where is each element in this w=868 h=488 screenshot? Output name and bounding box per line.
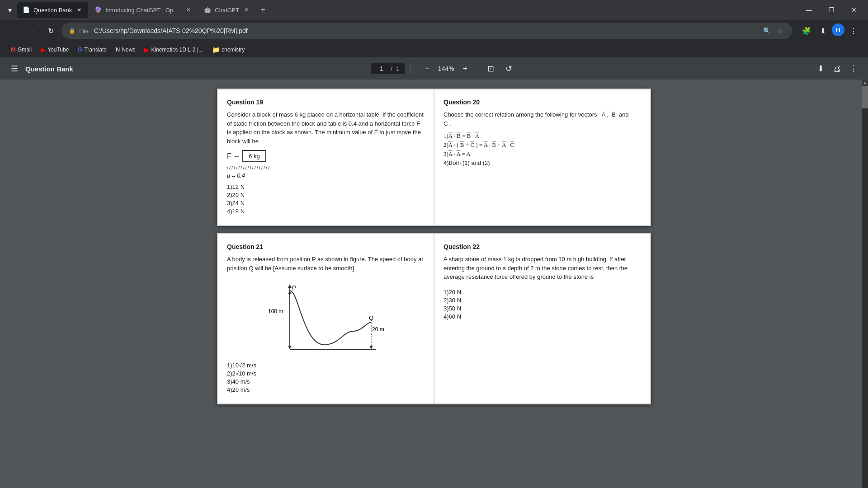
block-box: 6 kg — [242, 150, 266, 162]
pdf-download-button[interactable]: ⬇ — [814, 61, 828, 76]
q20-title: Question 20 — [443, 99, 641, 106]
q21-graph: P 100 m Q 20 m — [267, 277, 385, 358]
svg-marker-8 — [369, 346, 373, 349]
profile-button[interactable]: H — [832, 23, 844, 36]
youtube-icon: ▶ — [41, 46, 46, 53]
q21-options: 1)10√2 m/s 2)2√10 m/s 3)40 m/s 4)20 m/s — [227, 362, 425, 393]
svg-marker-11 — [288, 346, 292, 349]
maximize-button[interactable]: ❐ — [821, 3, 842, 17]
bookmark-translate[interactable]: G Translate — [74, 44, 110, 55]
scrollbar-arrow-up[interactable]: ▲ — [862, 80, 868, 86]
pdf-fit-page-button[interactable]: ⊡ — [484, 61, 498, 76]
q19-opt1: 1)12 N — [227, 183, 425, 190]
tab-switcher[interactable]: ▾ — [4, 4, 16, 16]
q21-opt4: 4)20 m/s — [227, 386, 425, 393]
bookmark-kinematics[interactable]: ▶ Kinematics 1D L-2 |... — [141, 44, 207, 55]
pdf-zoom-level: 144% — [436, 65, 456, 72]
url-bar[interactable]: 🔒 File C:/Users/hp/Downloads/AIATS-02%20… — [61, 23, 792, 39]
q19-diagram: F ← 6 kg /////////////////// μ = 0.4 — [227, 150, 425, 179]
bookmark-youtube[interactable]: ▶ YouTube — [37, 44, 72, 55]
tab3-title: ChatGPT — [215, 7, 239, 14]
extensions-icon[interactable]: 🧩 — [799, 23, 814, 38]
svg-text:20 m: 20 m — [372, 326, 384, 333]
file-label: File — [79, 28, 89, 34]
q21-title: Question 21 — [227, 243, 425, 250]
q19-mu: μ = 0.4 — [227, 172, 425, 179]
tab3-close[interactable]: ✕ — [243, 6, 250, 14]
forward-button[interactable]: → — [25, 23, 40, 38]
pdf-menu-button[interactable]: ☰ — [7, 61, 22, 76]
close-button[interactable]: ✕ — [844, 3, 864, 17]
bookmark-star-icon[interactable]: ☆ — [774, 25, 785, 36]
bookmark-news[interactable]: N News — [112, 44, 139, 55]
scrollbar-thumb[interactable] — [862, 86, 868, 108]
svg-text:Q: Q — [369, 314, 373, 321]
chemistry-label: chemistry — [222, 47, 245, 53]
pdf-zoom-in-button[interactable]: + — [458, 61, 472, 76]
q19-title: Question 19 — [227, 99, 425, 106]
q21-opt3: 3)40 m/s — [227, 378, 425, 385]
tab3-favicon: 🤖 — [204, 6, 211, 14]
svg-marker-2 — [288, 284, 292, 288]
pdf-page-top: Question 19 Consider a block of mass 6 k… — [217, 89, 651, 226]
pdf-rotate-button[interactable]: ↺ — [502, 61, 516, 76]
youtube-label: YouTube — [47, 47, 69, 53]
tab-chatgpt-intro[interactable]: 🔮 Introducing ChatGPT | OpenAI ✕ — [89, 2, 198, 18]
tab2-title: Introducing ChatGPT | OpenAI — [105, 7, 181, 14]
toolbar-icons: 🧩 ⬇ H ⋮ — [799, 23, 861, 38]
q22-options: 1)20 N 2)30 N 3)50 N 4)60 N — [443, 289, 641, 320]
minimize-button[interactable]: — — [798, 3, 819, 17]
scrollbar-track[interactable] — [862, 86, 868, 488]
question-21-cell: Question 21 A body is released from posi… — [217, 234, 434, 404]
q19-opt3: 3)24 N — [227, 200, 425, 206]
reload-button[interactable]: ↻ — [43, 23, 58, 38]
q20-opt1: 1)A · B = B · A — [443, 132, 641, 140]
tab-bar: ▾ 📄 Question Bank ✕ 🔮 Introducing ChatGP… — [0, 0, 868, 20]
search-icon[interactable]: 🔍 — [761, 25, 772, 36]
q22-opt4: 4)60 N — [443, 313, 641, 320]
back-button[interactable]: ← — [7, 23, 22, 38]
bookmark-chemistry[interactable]: 📁 chemistry — [208, 44, 248, 55]
pdf-scroll-area[interactable]: Question 19 Consider a block of mass 6 k… — [0, 80, 868, 488]
questions-grid-top: Question 19 Consider a block of mass 6 k… — [217, 89, 651, 226]
friction-surface: /////////////////// — [227, 165, 270, 170]
translate-icon: G — [78, 46, 82, 53]
q20-text: Choose the correct relation among the fo… — [443, 110, 641, 128]
q21-text: A body is released from position P as sh… — [227, 255, 425, 272]
q20-options: 1)A · B = B · A 2)A · ( B + C ) = A · B … — [443, 132, 641, 166]
pdf-title: Question Bank — [25, 65, 73, 73]
q20-opt3: 3)A · A = A — [443, 150, 641, 158]
pdf-page-bottom: Question 21 A body is released from posi… — [217, 233, 651, 404]
file-icon: 🔒 — [69, 28, 75, 34]
q22-opt3: 3)50 N — [443, 305, 641, 312]
pdf-viewer: ☰ Question Bank / 1 − 144% + ⊡ ↺ ⬇ 🖨 ⋮ — [0, 58, 868, 488]
new-tab-button[interactable]: + — [256, 4, 269, 16]
tab-chatgpt[interactable]: 🤖 ChatGPT ✕ — [198, 2, 255, 18]
q21-opt1: 1)10√2 m/s — [227, 362, 425, 369]
svg-text:P: P — [292, 284, 296, 291]
kinematics-label: Kinematics 1D L-2 |... — [151, 47, 203, 53]
pdf-zoom-out-button[interactable]: − — [420, 61, 434, 76]
pdf-zoom-controls: − 144% + — [420, 61, 472, 76]
tab1-title: Question Bank — [33, 7, 72, 14]
window-controls: — ❐ ✕ — [798, 3, 864, 17]
more-menu-icon[interactable]: ⋮ — [846, 23, 861, 38]
chemistry-folder-icon: 📁 — [212, 46, 220, 53]
url-text: C:/Users/hp/Downloads/AIATS-02%20QP%20[R… — [94, 27, 248, 34]
pdf-more-button[interactable]: ⋮ — [846, 61, 861, 76]
q19-opt4: 4)18 N — [227, 208, 425, 215]
pdf-page-input[interactable] — [376, 65, 387, 72]
q19-opt2: 2)20 N — [227, 192, 425, 198]
address-bar: ← → ↻ 🔒 File C:/Users/hp/Downloads/AIATS… — [0, 20, 868, 42]
tab2-close[interactable]: ✕ — [185, 6, 192, 14]
pdf-divider1 — [410, 63, 411, 74]
tab1-close[interactable]: ✕ — [75, 6, 83, 14]
q21-opt2: 2)2√10 m/s — [227, 370, 425, 377]
news-icon: N — [116, 46, 120, 53]
bookmark-gmail[interactable]: M Gmail — [7, 44, 35, 55]
scrollbar-vertical[interactable]: ▲ ▼ — [862, 80, 868, 488]
download-icon[interactable]: ⬇ — [816, 23, 830, 38]
pdf-print-button[interactable]: 🖨 — [830, 61, 844, 76]
pdf-divider2 — [478, 63, 478, 74]
tab-question-bank[interactable]: 📄 Question Bank ✕ — [17, 2, 88, 18]
